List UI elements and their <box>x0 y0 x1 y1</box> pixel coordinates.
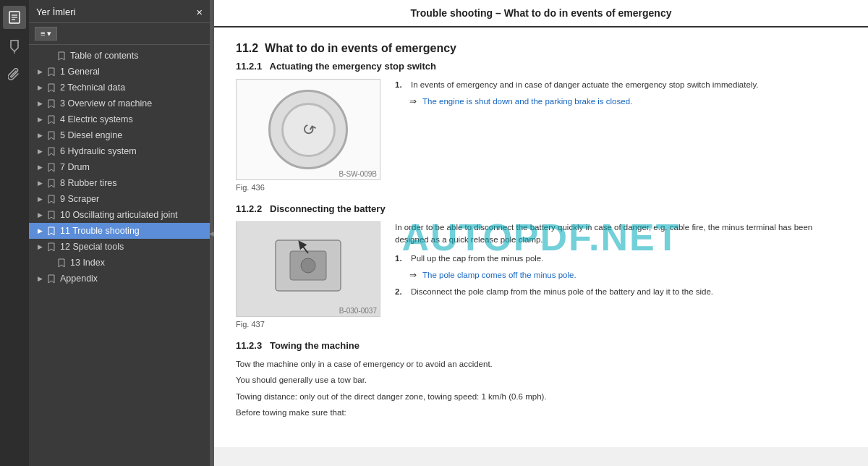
content-row-1: ↺ B-SW-009B Fig. 436 1. In events of eme… <box>236 79 846 192</box>
expand-icon-toc <box>45 51 55 61</box>
expand-icon-13 <box>45 258 55 268</box>
figure-1-container: ↺ B-SW-009B Fig. 436 <box>236 79 380 192</box>
expand-icon-8: ▶ <box>35 178 45 188</box>
bookmark-icon-2 <box>46 82 56 93</box>
bookmark-icon-10 <box>46 210 56 220</box>
svg-point-7 <box>301 258 315 273</box>
section-heading: 11.2 What to do in events of emergency <box>236 42 846 55</box>
sub-heading-3: 11.2.3 Towing the machine <box>236 340 846 351</box>
bookmark-icon-4 <box>46 114 56 124</box>
bookmark-icon-12 <box>46 242 56 252</box>
text-content-1: 1. In events of emergency and in case of… <box>395 79 846 192</box>
expand-icon-11: ▶ <box>35 226 45 236</box>
arrow-2-1-text: The pole clamp comes off the minus pole. <box>422 269 576 281</box>
arrow-2-1: ⇒ The pole clamp comes off the minus pol… <box>409 269 846 281</box>
sidebar-item-6[interactable]: ▶ 6 Hydraulic system <box>29 143 210 159</box>
sidebar-label-6: 6 Hydraulic system <box>60 146 137 156</box>
tree-content: Table of contents ▶ 1 General ▶ 2 Techni… <box>29 45 210 466</box>
estop-outer-ring: ↺ <box>268 90 348 169</box>
sidebar-title: Yer İmleri <box>36 7 75 17</box>
expand-icon-4: ▶ <box>35 114 45 124</box>
bookmark-icon-5 <box>46 130 56 140</box>
sidebar-item-13[interactable]: 13 Index <box>29 255 210 271</box>
step-2-2-text: Disconnect the pole clamp from the minus… <box>411 286 713 298</box>
battery-drawing <box>237 222 380 316</box>
section-title: What to do in events of emergency <box>265 42 456 54</box>
step-2-2: 2. Disconnect the pole clamp from the mi… <box>395 286 846 298</box>
towing-para-2: You should generally use a tow bar. <box>236 374 655 386</box>
sidebar-label-appendix: Appendix <box>60 274 98 284</box>
thumbtack-nav-icon[interactable] <box>3 35 26 58</box>
expand-icon-10: ▶ <box>35 210 45 220</box>
sidebar-label-2: 2 Technical data <box>60 82 125 93</box>
sidebar-label-1: 1 General <box>60 67 100 77</box>
bookmark-icon-3 <box>46 98 56 109</box>
sidebar-label-3: 3 Overview of machine <box>60 98 152 109</box>
estop-drawing: ↺ <box>268 90 348 169</box>
battery-svg <box>254 226 362 313</box>
expand-icon-7: ▶ <box>35 162 45 172</box>
bookmark-icon-1 <box>46 67 56 77</box>
expand-icon-3: ▶ <box>35 98 45 109</box>
icon-rail <box>0 0 29 466</box>
bookmark-icon-7 <box>46 162 56 172</box>
sidebar-item-5[interactable]: ▶ 5 Diesel engine <box>29 127 210 143</box>
sidebar-item-9[interactable]: ▶ 9 Scraper <box>29 191 210 207</box>
sidebar-label-4: 4 Electric systems <box>60 114 133 124</box>
bookmark-icon-13 <box>56 258 67 268</box>
estop-arrows: ↺ <box>298 118 319 141</box>
step-2-1-text: Pull up the cap from the minus pole. <box>411 253 543 265</box>
bookmark-icon-11 <box>46 226 56 236</box>
sidebar-item-12[interactable]: ▶ 12 Special tools <box>29 239 210 255</box>
fig-1-caption: Fig. 436 <box>236 183 265 192</box>
expand-icon-2: ▶ <box>35 82 45 93</box>
sidebar-item-appendix[interactable]: ▶ Appendix <box>29 271 210 287</box>
sidebar-label-8: 8 Rubber tires <box>60 178 117 188</box>
sidebar-item-3[interactable]: ▶ 3 Overview of machine <box>29 96 210 111</box>
bookmark-icon-toc <box>56 51 67 61</box>
sidebar-label-12: 12 Special tools <box>60 242 124 252</box>
close-sidebar-button[interactable]: × <box>196 6 203 18</box>
main-content: Trouble shooting – What to do in events … <box>214 0 868 466</box>
sidebar-item-toc[interactable]: Table of contents <box>29 48 210 64</box>
attachment-nav-icon[interactable] <box>3 64 26 87</box>
arrow-sym-1: ⇒ <box>409 96 417 108</box>
sub-heading-1: 11.2.1 Actuating the emergency stop swit… <box>236 61 846 72</box>
step-2-1-num: 1. <box>395 253 405 265</box>
towing-text: Tow the machine only in a case of emerge… <box>236 358 655 419</box>
view-options-button[interactable]: ≡ ▾ <box>35 27 57 41</box>
section-number: 11.2 <box>236 42 258 54</box>
sidebar-item-7[interactable]: ▶ 7 Drum <box>29 159 210 175</box>
sub-heading-2: 11.2.2 Disconnecting the battery <box>236 203 846 214</box>
sidebar-item-11[interactable]: ▶ 11 Trouble shooting <box>29 223 210 239</box>
fig-2-caption: Fig. 437 <box>236 320 265 329</box>
expand-icon-12: ▶ <box>35 242 45 252</box>
sidebar-item-10[interactable]: ▶ 10 Oscillating articulated joint <box>29 207 210 223</box>
text-content-2: In order to be able to disconnect the ba… <box>395 221 846 329</box>
fig-2-label: B-030-0037 <box>339 307 377 315</box>
step-2-2-num: 2. <box>395 286 405 298</box>
battery-intro: In order to be able to disconnect the ba… <box>395 221 846 247</box>
bookmarks-nav-icon[interactable] <box>3 6 26 29</box>
sidebar-label-5: 5 Diesel engine <box>60 130 122 140</box>
figure-1: ↺ B-SW-009B <box>236 79 380 180</box>
sidebar-label-7: 7 Drum <box>60 162 90 172</box>
sidebar-item-8[interactable]: ▶ 8 Rubber tires <box>29 175 210 191</box>
arrow-1: ⇒ The engine is shut down and the parkin… <box>409 96 846 108</box>
expand-icon-9: ▶ <box>35 194 45 204</box>
arrow-sym-2-1: ⇒ <box>409 269 417 281</box>
sidebar-label-10: 10 Oscillating articulated joint <box>60 210 178 220</box>
tree-toolbar: ≡ ▾ <box>29 23 210 45</box>
tree-panel: Yer İmleri × ≡ ▾ Table of contents ▶ 1 G <box>29 0 210 466</box>
towing-para-3: Towing distance: only out of the direct … <box>236 391 655 403</box>
sidebar-item-1[interactable]: ▶ 1 General <box>29 64 210 80</box>
step-1-text: In events of emergency and in case of da… <box>411 79 759 91</box>
sidebar-item-2[interactable]: ▶ 2 Technical data <box>29 80 210 96</box>
arrow-1-text: The engine is shut down and the parking … <box>422 96 632 108</box>
bookmark-icon-8 <box>46 178 56 188</box>
bookmark-icon-appendix <box>46 274 56 284</box>
sidebar-label-11: 11 Trouble shooting <box>60 226 140 236</box>
expand-icon-appendix: ▶ <box>35 274 45 284</box>
sidebar-item-4[interactable]: ▶ 4 Electric systems <box>29 111 210 127</box>
estop-inner-ring: ↺ <box>281 103 336 157</box>
